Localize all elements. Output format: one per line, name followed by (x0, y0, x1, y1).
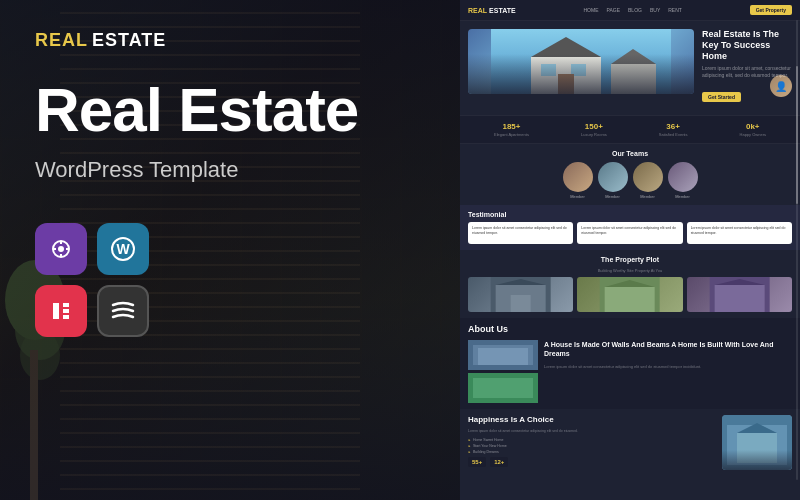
nav-buy[interactable]: BUY (650, 7, 660, 13)
mini-stat-2: 12+ (490, 457, 508, 467)
about-title: About Us (468, 324, 792, 334)
team-name-3: Member (633, 194, 663, 199)
happiness-image (722, 415, 792, 470)
nav-page[interactable]: PAGE (607, 7, 621, 13)
about-quote: A House Is Made Of Walls And Beams A Hom… (544, 340, 792, 358)
preview-cta-btn[interactable]: Get Property (750, 5, 792, 15)
about-image-1 (468, 340, 538, 370)
svg-text:W: W (116, 241, 130, 257)
about-desc: Lorem ipsum dolor sit amet consectetur a… (544, 364, 792, 370)
main-container: REAL ESTATE Real Estate WordPress Templa… (0, 0, 800, 500)
nav-home[interactable]: HOME (584, 7, 599, 13)
preview-hero-image (468, 29, 694, 107)
plugin-icons: W (35, 223, 165, 337)
preview-property: The Property Plot Building Worthy Site P… (460, 250, 800, 318)
preview-scrollbar[interactable] (796, 20, 798, 480)
stat-owners: 0k+ Happy Owners (740, 122, 766, 137)
svg-rect-18 (611, 64, 656, 94)
team-member-3: Member (633, 162, 663, 199)
happiness-item-2: Start Your New Home (468, 444, 716, 448)
testimonial-card-1: Lorem ipsum dolor sit amet consectetur a… (468, 222, 573, 244)
stat-label-1: Elegant Apartments (494, 132, 529, 137)
svg-rect-12 (491, 29, 671, 94)
testimonial-text-3: Lorem ipsum dolor sit amet consectetur a… (691, 226, 788, 236)
svg-rect-17 (558, 74, 574, 94)
preview-hero-text: Real Estate Is The Key To Success Home L… (702, 29, 792, 107)
website-preview: REAL ESTATE HOME PAGE BLOG BUY RENT Get … (460, 0, 800, 500)
property-card-1 (468, 277, 573, 312)
svg-rect-15 (541, 64, 556, 76)
nav-blog[interactable]: BLOG (628, 7, 642, 13)
elementor-icon (35, 285, 87, 337)
happiness-text: Happiness Is A Choice Lorem ipsum dolor … (468, 415, 716, 470)
left-panel: REAL ESTATE Real Estate WordPress Templa… (0, 0, 460, 500)
happiness-item-3: Building Dreams (468, 450, 716, 454)
happiness-desc: Lorem ipsum dolor sit amet consectetur a… (468, 429, 716, 434)
team-avatar-1 (563, 162, 593, 192)
preview-nav: REAL ESTATE HOME PAGE BLOG BUY RENT Get … (460, 0, 800, 21)
preview-logo-real: REAL (468, 7, 487, 14)
uf-icon (97, 285, 149, 337)
svg-rect-23 (511, 295, 531, 312)
preview-stats: 185+ Elegant Apartments 150+ Luxury Room… (460, 115, 800, 144)
team-member-2: Member (598, 162, 628, 199)
preview-hero-subtext: Lorem ipsum dolor sit amet, consectetur … (702, 65, 792, 79)
svg-rect-32 (478, 348, 528, 365)
team-name-2: Member (598, 194, 628, 199)
subtitle: WordPress Template (35, 157, 425, 183)
team-member-1: Member (563, 162, 593, 199)
preview-happiness: Happiness Is A Choice Lorem ipsum dolor … (460, 409, 800, 476)
brand-estate: ESTATE (92, 30, 166, 51)
property-grid (468, 277, 792, 312)
right-panel: REAL ESTATE HOME PAGE BLOG BUY RENT Get … (460, 0, 800, 500)
team-member-4: Member (668, 162, 698, 199)
stat-label-2: Luxury Rooms (581, 132, 607, 137)
testimonial-text-2: Lorem ipsum dolor sit amet consectetur a… (581, 226, 678, 236)
team-name-1: Member (563, 194, 593, 199)
team-avatars: Member Member Member Member (468, 162, 792, 199)
about-content: A House Is Made Of Walls And Beams A Hom… (468, 340, 792, 403)
preview-team: Our Teams Member Member Member (460, 144, 800, 205)
svg-rect-37 (737, 433, 777, 463)
testimonial-card-3: Lorem ipsum dolor sit amet consectetur a… (687, 222, 792, 244)
left-content: REAL ESTATE Real Estate WordPress Templa… (0, 0, 460, 367)
stat-apartments: 185+ Elegant Apartments (494, 122, 529, 137)
preview-about: About Us (460, 318, 800, 409)
hero-background (468, 29, 694, 94)
preview-logo-estate: ESTATE (489, 7, 516, 14)
mini-stat-1: 55+ (468, 457, 486, 467)
preview-logo: REAL ESTATE (468, 7, 516, 14)
team-name-4: Member (668, 194, 698, 199)
svg-rect-25 (605, 287, 655, 312)
svg-rect-16 (571, 64, 586, 76)
stat-label-3: Satisfied Events (659, 132, 688, 137)
stat-events: 36+ Satisfied Events (659, 122, 688, 137)
property-subtitle: Building Worthy Site Property At You (468, 268, 792, 273)
svg-rect-11 (63, 315, 69, 319)
mini-stats: 55+ 12+ (468, 457, 716, 467)
property-card-2 (577, 277, 682, 312)
testimonial-text-1: Lorem ipsum dolor sit amet consectetur a… (472, 226, 569, 236)
team-avatar-2 (598, 162, 628, 192)
nav-rent[interactable]: RENT (668, 7, 682, 13)
svg-rect-8 (53, 303, 59, 319)
stat-num-4: 0k+ (740, 122, 766, 131)
about-text: A House Is Made Of Walls And Beams A Hom… (544, 340, 792, 403)
happiness-item-1: Home Sweet Home (468, 438, 716, 442)
mini-stat-num-2: 12+ (494, 459, 504, 465)
property-title: The Property Plot (468, 256, 792, 263)
testimonial-title: Testimonial (468, 211, 792, 218)
testimonial-card-2: Lorem ipsum dolor sit amet consectetur a… (577, 222, 682, 244)
quix-icon (35, 223, 87, 275)
tree-trunk (30, 350, 38, 500)
team-avatar-3 (633, 162, 663, 192)
svg-point-1 (58, 246, 64, 252)
stat-num-1: 185+ (494, 122, 529, 131)
main-heading: Real Estate (35, 79, 425, 141)
testimonial-cards: Lorem ipsum dolor sit amet consectetur a… (468, 222, 792, 244)
stat-num-2: 150+ (581, 122, 607, 131)
brand-real: REAL (35, 30, 88, 51)
mini-stat-num-1: 55+ (472, 459, 482, 465)
property-card-3 (687, 277, 792, 312)
preview-hero-cta[interactable]: Get Started (702, 92, 741, 102)
